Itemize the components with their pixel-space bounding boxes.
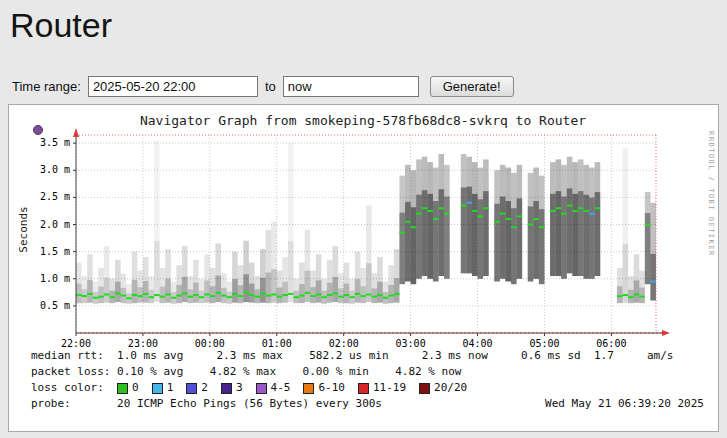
svg-text:0.5 m: 0.5 m	[40, 300, 70, 311]
loss-color-swatch	[117, 383, 128, 394]
loss-color-swatch	[256, 383, 267, 394]
generate-button[interactable]: Generate!	[430, 76, 514, 97]
stats-block: median rtt: 1.0 ms avg 2.3 ms max 582.2 …	[31, 348, 704, 412]
loss-color-swatch-label: 4-5	[271, 380, 291, 396]
graph-panel: Navigator Graph from smokeping-578fb68dc…	[8, 104, 719, 432]
page-title: Router	[10, 6, 112, 45]
svg-text:2.5 m: 2.5 m	[40, 191, 70, 202]
loss-color-swatch-label: 1	[167, 380, 174, 396]
median-rtt-line: median rtt: 1.0 ms avg 2.3 ms max 582.2 …	[31, 348, 704, 364]
loss-color-swatch	[221, 383, 232, 394]
loss-color-swatch-label: 2	[201, 380, 208, 396]
loss-color-swatch-label: 11-19	[373, 380, 406, 396]
legend-label: loss color:	[31, 380, 117, 396]
end-time-input[interactable]	[283, 76, 419, 97]
graph-title: Navigator Graph from smokeping-578fb68dc…	[73, 113, 653, 128]
to-label: to	[265, 79, 276, 94]
loss-color-swatch-label: 20/20	[434, 380, 467, 396]
probe-text: probe: 20 ICMP Echo Pings (56 Bytes) eve…	[31, 396, 382, 412]
time-range-label: Time range:	[12, 79, 81, 94]
loss-color-swatch	[303, 383, 314, 394]
start-time-input[interactable]	[88, 76, 258, 97]
svg-text:3.0 m: 3.0 m	[40, 164, 70, 175]
legend-items: 01234-56-1011-1920/20	[117, 380, 480, 396]
time-range-toolbar: Time range: to Generate!	[12, 76, 514, 97]
svg-text:2.0 m: 2.0 m	[40, 219, 70, 230]
rrdtool-watermark: RRDTOOL / TOBI OETIKER	[707, 131, 715, 257]
smokeping-page: Router Time range: to Generate! Navigato…	[0, 0, 727, 438]
loss-color-swatch-label: 3	[236, 380, 243, 396]
probe-line: probe: 20 ICMP Echo Pings (56 Bytes) eve…	[31, 396, 704, 412]
loss-color-swatch	[358, 383, 369, 394]
loss-color-swatch	[419, 383, 430, 394]
svg-text:1.5 m: 1.5 m	[40, 246, 70, 257]
svg-text:3.5 m: 3.5 m	[40, 137, 70, 148]
packet-loss-line: packet loss: 0.10 % avg 4.82 % max 0.00 …	[31, 364, 704, 380]
loss-color-swatch	[186, 383, 197, 394]
graph-timestamp: Wed May 21 06:39:20 2025	[545, 396, 704, 412]
loss-color-swatch-label: 0	[132, 380, 139, 396]
loss-color-legend: loss color: 01234-56-1011-1920/20	[31, 380, 704, 396]
svg-text:1.0 m: 1.0 m	[40, 273, 70, 284]
loss-color-swatch	[152, 383, 163, 394]
loss-color-swatch-label: 6-10	[318, 380, 345, 396]
smoke-graph: 0.5 m1.0 m1.5 m2.0 m2.5 m3.0 m3.5 m22:00…	[15, 127, 705, 367]
